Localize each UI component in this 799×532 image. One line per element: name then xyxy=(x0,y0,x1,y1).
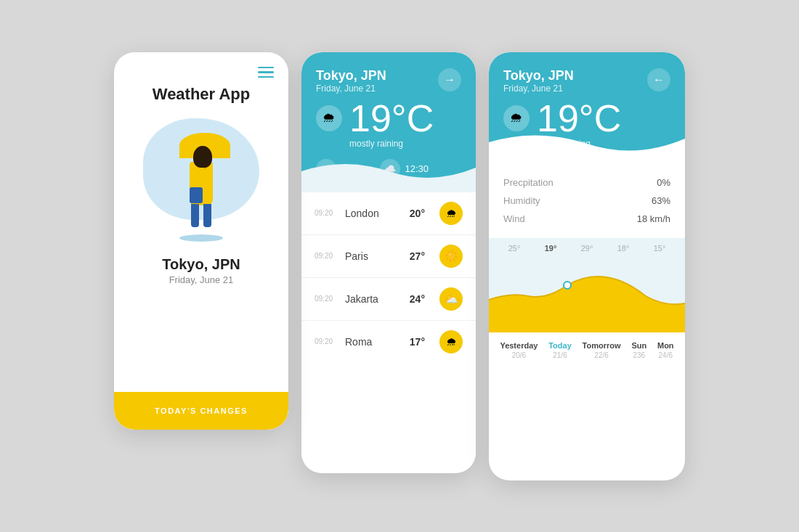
weather-desc: mostly raining xyxy=(349,139,461,149)
detail-sky-wave xyxy=(489,128,685,163)
city-name: Tokyo, JPN xyxy=(316,68,386,83)
tab-sun-date: 236 xyxy=(633,351,645,359)
detail-city-name: Tokyo, JPN xyxy=(503,68,574,83)
detail-sky-section: Tokyo, JPN Friday, June 21 ← 🌧 19°C most… xyxy=(489,52,685,163)
list-item[interactable]: 09:20 Jakarta 24° ⛅ xyxy=(301,278,476,321)
hair xyxy=(193,146,212,168)
tab-yesterday[interactable]: Yesterday 20/6 xyxy=(500,341,538,359)
person-figure xyxy=(172,133,230,242)
city-temp-item: 27° xyxy=(410,250,425,262)
screen-detail: Tokyo, JPN Friday, June 21 ← 🌧 19°C most… xyxy=(489,52,685,480)
city-name-item: Jakarta xyxy=(345,293,402,305)
tab-mon[interactable]: Mon 24/6 xyxy=(657,341,674,359)
details-list: Precpitation 0% Humidity 63% Wind 18 km/… xyxy=(489,163,685,238)
detail-row-precip: Precpitation 0% xyxy=(503,173,670,192)
chart-label-4: 15° xyxy=(654,244,666,253)
bag xyxy=(190,187,203,203)
city-weather-sun-icon: ☀️ xyxy=(439,245,463,268)
city-weather-rain2-icon: 🌧 xyxy=(439,330,463,353)
tab-today[interactable]: Today 21/6 xyxy=(548,341,572,359)
precip-value: 0% xyxy=(657,177,670,188)
precip-label: Precpitation xyxy=(503,177,553,188)
detail-city-info: Tokyo, JPN Friday, June 21 xyxy=(503,68,574,94)
temp-row: 🌧 19°C xyxy=(316,99,461,137)
list-item[interactable]: 09:20 Paris 27° ☀️ xyxy=(301,235,476,278)
city-temp-item: 24° xyxy=(410,293,425,305)
list-item[interactable]: 09:20 London 20° 🌧 xyxy=(301,192,476,235)
city-time: 09:20 xyxy=(315,337,338,345)
city-weather-rain-icon: 🌧 xyxy=(439,202,463,225)
chart-section: 25° 19° 29° 18° 15° xyxy=(489,238,685,332)
menu-icon[interactable] xyxy=(258,67,274,78)
city-name-item: Paris xyxy=(345,250,402,262)
screen-today: Tokyo, JPN Friday, June 21 → 🌧 19°C most… xyxy=(301,52,476,473)
city-name-item: London xyxy=(345,208,402,219)
leg-left xyxy=(191,204,199,227)
illustration xyxy=(129,111,274,242)
app-title: Weather App xyxy=(153,85,250,104)
detail-row-humidity: Humidity 63% xyxy=(503,192,670,210)
chart-label-3: 18° xyxy=(617,244,630,253)
wind-value: 18 km/h xyxy=(637,213,670,224)
city-time: 09:20 xyxy=(315,295,338,303)
tab-mon-date: 24/6 xyxy=(659,351,673,359)
chart-label-0: 25° xyxy=(508,244,521,253)
tab-mon-label: Mon xyxy=(657,341,674,350)
location-title: Tokyo, JPN xyxy=(162,256,240,273)
location-date: Friday, June 21 xyxy=(169,274,234,285)
wind-label: Wind xyxy=(503,213,525,224)
city-date: Friday, June 21 xyxy=(316,83,386,94)
city-list: 09:20 London 20° 🌧 09:20 Paris 27° ☀️ 09… xyxy=(301,192,476,473)
city-info: Tokyo, JPN Friday, June 21 xyxy=(316,68,386,94)
detail-row-wind: Wind 18 km/h xyxy=(503,210,670,228)
chart-wave-svg xyxy=(489,260,685,332)
humidity-label: Humidity xyxy=(503,195,540,206)
tab-today-label: Today xyxy=(548,341,572,350)
list-item[interactable]: 09:20 Roma 17° 🌧 xyxy=(301,321,476,363)
tab-sun[interactable]: Sun 236 xyxy=(631,341,646,359)
city-weather-cloud-icon: ⛅ xyxy=(439,287,463,311)
humidity-value: 63% xyxy=(652,195,670,206)
leg-right xyxy=(203,204,211,227)
chart-label-2: 29° xyxy=(581,244,593,253)
tab-yesterday-date: 20/6 xyxy=(512,351,526,359)
next-arrow[interactable]: → xyxy=(438,68,461,91)
chart-label-1: 19° xyxy=(545,244,557,253)
tab-sun-label: Sun xyxy=(631,341,646,350)
weather-icon: 🌧 xyxy=(316,105,342,131)
sky-wave xyxy=(301,157,476,192)
tab-today-date: 21/6 xyxy=(553,351,567,359)
today-changes-button[interactable]: TODAY'S CHANGES xyxy=(114,392,288,430)
sky-header: Tokyo, JPN Friday, June 21 → xyxy=(316,68,461,94)
city-time: 09:20 xyxy=(315,209,338,217)
screen-landing: Weather App Tokyo, JPN Friday, Jun xyxy=(114,52,288,430)
prev-arrow[interactable]: ← xyxy=(647,68,670,91)
tab-tomorrow-label: Tomorrow xyxy=(583,341,621,350)
temperature: 19°C xyxy=(349,99,434,137)
screen1-header xyxy=(114,52,288,78)
city-temp-item: 17° xyxy=(410,336,425,348)
city-name-item: Roma xyxy=(345,336,402,348)
city-time: 09:20 xyxy=(315,252,338,260)
sky-section: Tokyo, JPN Friday, June 21 → 🌧 19°C most… xyxy=(301,52,476,192)
chart-labels: 25° 19° 29° 18° 15° xyxy=(489,244,685,253)
tab-tomorrow-date: 22/6 xyxy=(594,351,608,359)
detail-city-date: Friday, June 21 xyxy=(503,83,574,94)
svg-point-0 xyxy=(564,282,571,289)
tab-yesterday-label: Yesterday xyxy=(500,341,538,350)
nav-tabs: Yesterday 20/6 Today 21/6 Tomorrow 22/6 … xyxy=(489,332,685,371)
legs xyxy=(191,204,211,227)
detail-sky-header: Tokyo, JPN Friday, June 21 ← xyxy=(503,68,670,94)
city-temp-item: 20° xyxy=(410,208,425,219)
tab-tomorrow[interactable]: Tomorrow 22/6 xyxy=(583,341,621,359)
